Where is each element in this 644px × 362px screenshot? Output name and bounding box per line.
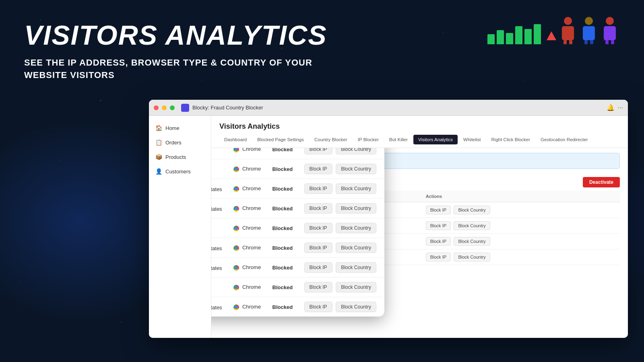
cell-status: Blocked [267,199,299,218]
block-ip-btn[interactable]: Block IP [304,148,332,154]
chrome-icon [233,285,239,290]
floating-table-row: 02/14/2024, 02:24:22 184.182.48.120 🇺🇸Un… [211,179,384,199]
block-country-btn[interactable]: Block Country [336,243,376,253]
more-icon[interactable]: ··· [618,104,623,111]
block-ip-btn[interactable]: Block IP [426,253,451,261]
block-ip-btn[interactable]: Block IP [426,237,451,246]
block-ip-btn[interactable]: Block IP [304,164,332,174]
block-country-btn[interactable]: Block Country [336,148,376,154]
cell-actions: Block IP Block Country [421,249,620,265]
cell-actions: Block IP Block Country [299,218,384,238]
block-country-btn[interactable]: Block Country [336,164,376,174]
maximize-dot[interactable] [170,105,175,110]
block-ip-btn[interactable]: Block IP [304,203,332,214]
block-country-btn[interactable]: Block Country [336,262,376,273]
cell-browser: Chrome [228,199,266,218]
sidebar-item-orders[interactable]: 📋 Orders [149,135,211,150]
cell-browser: Chrome [228,278,266,297]
table-area: ics about your store's visitors and look… [211,148,628,338]
sidebar-item-products[interactable]: 📦 Products [149,150,211,164]
svg-rect-1 [562,26,574,40]
cell-actions: Block IP Block Country [299,297,384,317]
block-ip-btn[interactable]: Block IP [304,282,332,292]
sidebar-item-home[interactable]: 🏠 Home [149,121,211,135]
floating-table-row: 02/13/2024, 18:50:43 70.167.245.134 🇺🇸Un… [211,199,384,218]
nav-tabs: Dashboard Blocked Page Settings Country … [219,135,620,144]
tab-whitelist[interactable]: Whitelist [458,135,485,144]
cell-country: 🇺🇸United States [211,179,228,199]
minimize-dot[interactable] [162,105,167,110]
cell-actions: Block IP Block Country [421,202,620,218]
block-country-btn[interactable]: Block Country [336,282,376,292]
cell-actions: Block IP Block Country [299,179,384,199]
browser-action-icons: 🔔 ··· [607,104,623,111]
cell-actions: Block IP Block Country [299,159,384,179]
cell-status: Blocked [267,258,299,278]
app-layout: 🏠 Home 📋 Orders 📦 Products 👤 Customers [149,116,628,338]
cell-actions: Block IP Block Country [299,238,384,258]
page-subtitle: SEE THE IP ADDRESS, BROWSER TYPE & COUNT… [24,57,346,82]
cell-country: 🇯🇵Japan [211,159,228,179]
tab-right-click-blocker[interactable]: Right Click Blocker [487,135,535,144]
floating-table-row: 02/13/2024, 07:55:46 103.212.158.6 🇮🇳Ind… [211,278,384,297]
chrome-icon [233,304,239,310]
cell-actions: Block IP Block Country [299,278,384,297]
block-ip-btn[interactable]: Block IP [304,243,332,253]
orders-icon: 📋 [155,139,162,146]
chrome-icon [233,167,239,172]
block-ip-btn[interactable]: Block IP [304,223,332,233]
sidebar-products-label: Products [165,154,186,160]
block-country-btn[interactable]: Block Country [454,237,490,246]
block-country-btn[interactable]: Block Country [454,221,490,230]
browser-window: Blocky: Fraud Country Blocker 🔔 ··· 🏠 Ho… [149,100,628,338]
tab-dashboard[interactable]: Dashboard [219,135,252,144]
block-country-btn[interactable]: Block Country [336,203,376,214]
tab-geolocation-redirecter[interactable]: Geolocation Redirecter [536,135,593,144]
customers-icon: 👤 [155,168,162,175]
tab-bot-killer[interactable]: Bot Killer [384,135,413,144]
tab-visitors-analytics[interactable]: Visitors Analytics [413,135,458,144]
tab-country-blocker[interactable]: Country Blocker [310,135,352,144]
bell-icon[interactable]: 🔔 [607,104,615,111]
svg-rect-5 [583,26,595,40]
sidebar-home-label: Home [165,125,180,131]
block-country-btn[interactable]: Block Country [336,183,376,194]
block-ip-btn[interactable]: Block IP [426,206,451,214]
cell-country: 🇺🇸United States [211,297,228,317]
close-dot[interactable] [154,105,159,110]
svg-point-4 [585,17,593,25]
block-country-btn[interactable]: Block Country [336,302,376,312]
floating-table-row: 02/14/2024, 06:50:50 126.148.46.145 🇯🇵Ja… [211,159,384,179]
chrome-icon [233,148,239,152]
cell-status: Blocked [267,218,299,238]
trend-up-icon [547,31,556,40]
home-icon: 🏠 [155,125,162,131]
floating-visitors-card: 02/14/2024, 12:25:11 141.8.76.172 🇲🇹Malt… [211,148,384,317]
svg-point-8 [606,17,614,25]
page-header: Visitors Analytics Dashboard Blocked Pag… [211,116,628,148]
block-ip-btn[interactable]: Block IP [426,221,451,230]
svg-rect-7 [590,40,593,44]
person-figures [558,16,620,44]
main-content: Visitors Analytics Dashboard Blocked Pag… [211,116,628,338]
sidebar-customers-label: Customers [165,169,191,175]
cell-country: 🇯🇵Japan [211,148,228,159]
sidebar-item-customers[interactable]: 👤 Customers [149,164,211,179]
floating-table-row: 02/12/2024, 23:17:11 76.39.10.131 🇺🇸Unit… [211,297,384,317]
block-country-btn[interactable]: Block Country [454,253,490,261]
block-country-btn[interactable]: Block Country [336,223,376,233]
floating-table-row: 02/13/2024, 13:44:18 66.249.64.34 🇺🇸Unit… [211,238,384,258]
svg-rect-6 [584,40,588,44]
block-ip-btn[interactable]: Block IP [304,302,332,312]
cell-browser: Chrome [228,179,266,199]
analytics-graphic [487,16,620,44]
deactivate-button[interactable]: Deactivate [583,177,620,187]
block-ip-btn[interactable]: Block IP [304,183,332,194]
block-country-btn[interactable]: Block Country [454,206,490,214]
chrome-icon [233,265,239,271]
cell-actions: Block IP Block Country [299,258,384,278]
tab-blocked-page-settings[interactable]: Blocked Page Settings [252,135,309,144]
tab-ip-blocker[interactable]: IP Blocker [353,135,384,144]
chrome-icon [233,245,239,251]
block-ip-btn[interactable]: Block IP [304,262,332,273]
